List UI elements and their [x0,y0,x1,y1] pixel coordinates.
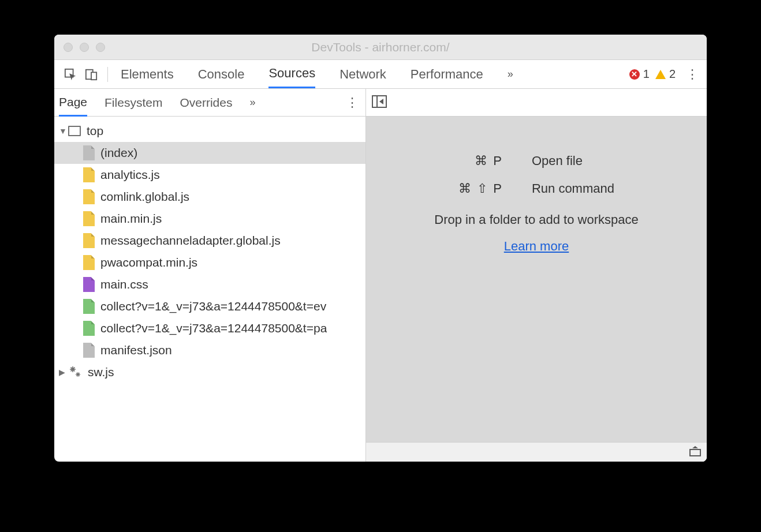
workspace-drop-hint: Drop in a folder to add to workspace [434,212,638,227]
titlebar: DevTools - airhorner.com/ [54,35,707,60]
settings-menu-button[interactable]: ⋮ [684,67,701,82]
panel-tabs: Elements Console Sources Network Perform… [121,60,513,88]
tree-root[interactable]: ▼ top [54,120,365,142]
svg-point-3 [71,368,74,371]
script-icon [83,189,95,204]
more-panels-button[interactable]: » [508,60,513,88]
navigator-pane: Page Filesystem Overrides » ⋮ ▼ top (ind… [54,89,366,462]
worker-name: sw.js [88,365,114,379]
drawer-icon [689,446,701,456]
file-name: analytics.js [100,168,160,182]
svg-point-4 [77,373,80,376]
file-name: main.css [100,278,148,291]
inspect-icon [64,68,77,81]
error-count: 1 [643,68,650,81]
service-worker-icon [68,365,82,380]
nav-tab-page[interactable]: Page [59,89,87,117]
editor-placeholder: ⌘ P Open file ⌘ ⇧ P Run command Drop in … [366,117,707,442]
tab-network[interactable]: Network [340,60,386,88]
status-indicators: ✕ 1 2 [629,68,676,81]
file-name: main.min.js [100,212,162,226]
file-row[interactable]: manifest.json [54,339,365,361]
script-icon [83,255,95,270]
toggle-drawer-button[interactable] [689,446,701,459]
script-icon [83,167,95,182]
svg-rect-7 [690,449,700,456]
frame-icon [68,126,81,136]
device-icon [85,68,98,81]
error-count-button[interactable]: ✕ 1 [629,68,650,81]
nav-tab-filesystem[interactable]: Filesystem [105,89,162,116]
file-name: collect?v=1&_v=j73&a=1244478500&t=pa [100,321,327,335]
document-icon [83,145,95,160]
toolbar-divider [107,67,108,82]
shortcut-keys: ⌘ ⇧ P [458,181,503,196]
devtools-window: DevTools - airhorner.com/ Elements Conso… [54,35,707,462]
file-row[interactable]: analytics.js [54,164,365,186]
toggle-navigator-button[interactable] [372,95,387,110]
editor-pane: ⌘ P Open file ⌘ ⇧ P Run command Drop in … [366,89,707,462]
xhr-icon [83,321,95,336]
error-icon: ✕ [629,69,640,80]
chevron-down-icon: ▼ [59,126,68,136]
window-title: DevTools - airhorner.com/ [54,40,707,54]
nav-tab-overrides[interactable]: Overrides [180,89,232,116]
nav-more-button[interactable]: » [249,89,255,116]
xhr-icon [83,299,95,314]
shortcut-keys: ⌘ P [458,153,503,168]
inspect-element-button[interactable] [60,68,81,81]
warning-icon [655,70,666,79]
file-row[interactable]: main.min.js [54,208,365,230]
file-row[interactable]: collect?v=1&_v=j73&a=1244478500&t=ev [54,295,365,317]
file-name: comlink.global.js [100,190,189,204]
tab-performance[interactable]: Performance [411,60,483,88]
file-row[interactable]: comlink.global.js [54,186,365,208]
warning-count-button[interactable]: 2 [655,68,676,81]
main-toolbar: Elements Console Sources Network Perform… [54,60,707,89]
minimize-window-button[interactable] [80,43,89,52]
navigator-tabs: Page Filesystem Overrides » ⋮ [54,89,365,117]
navigator-menu-button[interactable]: ⋮ [344,95,361,110]
chevron-right-icon: ▶ [59,368,68,377]
shortcut-label: Run command [532,181,614,196]
file-row[interactable]: messagechanneladapter.global.js [54,230,365,252]
device-toolbar-button[interactable] [81,68,102,81]
editor-toolbar [366,89,707,117]
script-icon [83,211,95,226]
warning-count: 2 [669,68,676,81]
tab-console[interactable]: Console [198,60,245,88]
tab-elements[interactable]: Elements [121,60,174,88]
zoom-window-button[interactable] [96,43,105,52]
close-window-button[interactable] [64,43,73,52]
file-row[interactable]: pwacompat.min.js [54,252,365,274]
script-icon [83,233,95,248]
panel-body: Page Filesystem Overrides » ⋮ ▼ top (ind… [54,89,707,462]
learn-more-link[interactable]: Learn more [504,239,569,254]
stylesheet-icon [83,277,95,292]
window-controls [54,43,105,52]
file-name: messagechanneladapter.global.js [100,234,281,248]
tab-sources[interactable]: Sources [268,60,315,88]
file-name: manifest.json [100,343,172,357]
panel-collapse-icon [372,95,387,108]
file-tree: ▼ top (index) analytics.js comlink.globa… [54,117,365,462]
file-row[interactable]: collect?v=1&_v=j73&a=1244478500&t=pa [54,317,365,339]
kebab-icon: ⋮ [346,95,359,110]
editor-footer [366,442,707,462]
shortcut-label: Open file [532,153,614,168]
svg-rect-2 [91,72,96,80]
tree-worker[interactable]: ▶ sw.js [54,361,365,383]
file-row[interactable]: main.css [54,274,365,295]
tree-root-label: top [87,124,103,138]
file-name: (index) [100,146,137,160]
kebab-icon: ⋮ [686,67,699,81]
document-icon [83,343,95,358]
file-name: pwacompat.min.js [100,256,197,269]
shortcut-hints: ⌘ P Open file ⌘ ⇧ P Run command [458,153,614,196]
file-name: collect?v=1&_v=j73&a=1244478500&t=ev [100,299,326,313]
file-row[interactable]: (index) [54,142,365,164]
